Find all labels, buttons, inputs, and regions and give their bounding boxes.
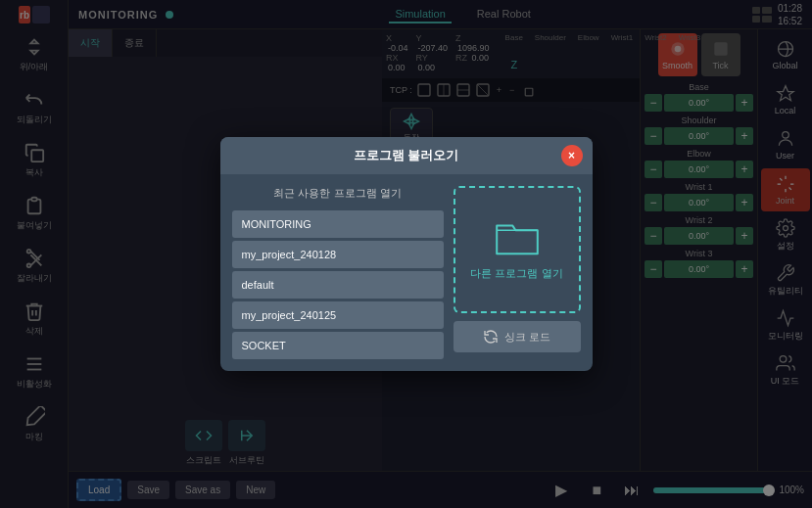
modal-body: 최근 사용한 프로그램 열기 MONITORINGmy_project_2401… [220,174,593,371]
sync-icon [483,329,499,345]
modal-overlay[interactable]: 프로그램 불러오기 × 최근 사용한 프로그램 열기 MONITORINGmy_… [0,0,812,508]
modal-header: 프로그램 불러오기 × [220,137,593,174]
recent-list: MONITORINGmy_project_240128defaultmy_pro… [232,210,444,359]
sync-load-label: 싱크 로드 [504,330,550,345]
recent-item-1[interactable]: my_project_240128 [232,241,444,268]
modal-left-panel: 최근 사용한 프로그램 열기 MONITORINGmy_project_2401… [232,186,444,359]
recent-item-2[interactable]: default [232,271,444,299]
app-container: rb 위/아래 되돌리기 복사 붙여넣기 잘라내기 삭제 비활 [0,0,812,508]
modal-right-panel: 다른 프로그램 열기 싱크 로드 [454,186,581,359]
load-program-modal: 프로그램 불러오기 × 최근 사용한 프로그램 열기 MONITORINGmy_… [220,137,593,371]
modal-title: 프로그램 불러오기 [354,147,459,164]
open-other-label: 다른 프로그램 열기 [470,266,562,281]
modal-section-label: 최근 사용한 프로그램 열기 [232,186,444,201]
recent-item-3[interactable]: my_project_240125 [232,301,444,329]
modal-close-button[interactable]: × [561,145,583,166]
folder-icon [494,219,541,258]
recent-item-0[interactable]: MONITORING [232,210,444,238]
open-other-button[interactable]: 다른 프로그램 열기 [454,186,581,313]
sync-load-button[interactable]: 싱크 로드 [454,321,581,352]
recent-item-4[interactable]: SOCKET [232,332,444,359]
